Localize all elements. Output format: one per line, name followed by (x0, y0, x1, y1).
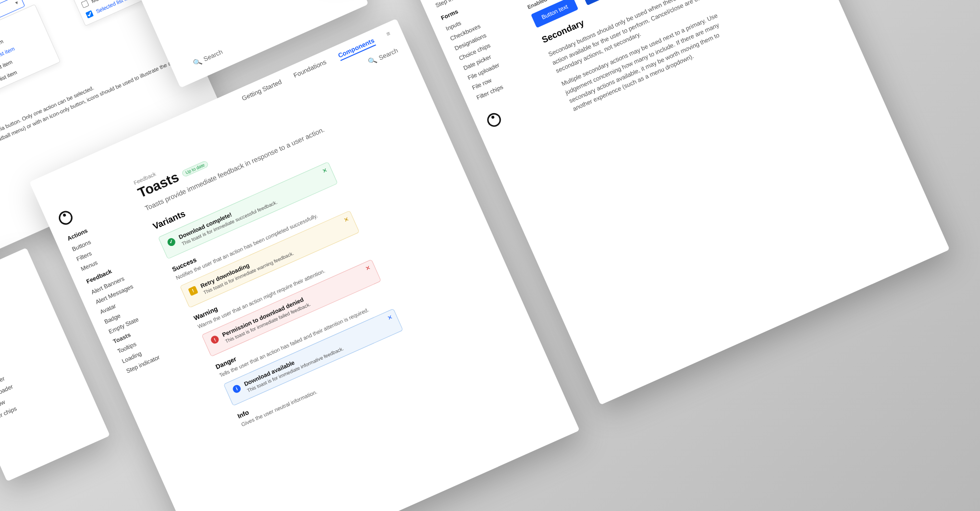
close-icon[interactable]: ✕ (321, 166, 328, 174)
search-icon[interactable]: 🔍 (367, 55, 378, 66)
close-icon[interactable]: ✕ (365, 264, 372, 272)
search-icon[interactable]: 🔍 (192, 57, 202, 68)
warning-icon: ! (188, 286, 198, 296)
search-input[interactable]: Search (377, 47, 399, 61)
close-icon[interactable]: ✕ (343, 215, 350, 223)
close-icon[interactable]: ✕ (386, 313, 393, 321)
hamburger-icon[interactable]: ≡ (385, 29, 392, 39)
brand-logo (485, 111, 503, 129)
error-icon: ! (210, 335, 220, 345)
chevron-down-icon: ▾ (15, 0, 20, 6)
filter-panel-nosrch: 📄 Lis Menu list item Selected list item … (0, 4, 61, 100)
check-icon: ✓ (166, 237, 176, 247)
info-icon: i (232, 384, 242, 394)
